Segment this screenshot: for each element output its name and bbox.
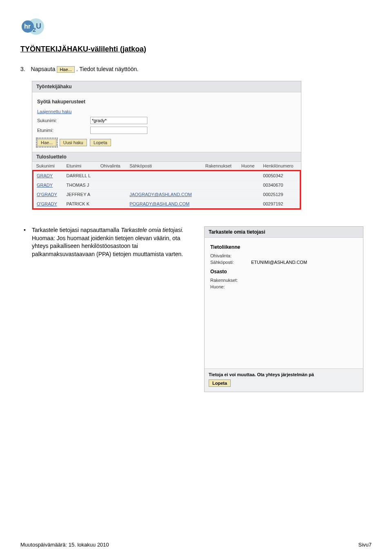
cell-room: [238, 190, 260, 199]
button-bar: Hae... Uusi haku Lopeta: [37, 139, 296, 146]
cell-first: DARRELL L: [63, 171, 97, 181]
two-column-block: Tarkastele tietojasi napsauttamalla Tark…: [20, 226, 372, 392]
col-ohivalinta: Ohivalinta: [97, 162, 127, 171]
hae-button[interactable]: Hae...: [37, 139, 56, 146]
lastname-link[interactable]: O'GRADY: [37, 192, 57, 197]
svg-text:U: U: [36, 22, 41, 30]
document-page: hr 2 U TYÖNTEKIJÄHAKU-välilehti (jatkoa)…: [0, 0, 392, 417]
lastname-link[interactable]: O'GRADY: [37, 201, 57, 206]
table-row: GRADY THOMAS J 00340670: [33, 181, 301, 190]
readonly-message-block: Tietoja ei voi muuttaa. Ota yhteys järje…: [205, 368, 363, 392]
email-link[interactable]: JAOGRADY@ASHLAND.COM: [129, 192, 192, 197]
criteria-heading: Syötä hakuperusteet: [37, 99, 296, 105]
cell-first: THOMAS J: [63, 181, 97, 190]
lastname-input[interactable]: [90, 117, 147, 124]
cell-room: [238, 199, 260, 209]
firstname-input[interactable]: [90, 127, 147, 134]
cell-num: 00050342: [260, 171, 300, 181]
table-row: O'GRADY JEFFREY A JAOGRADY@ASHLAND.COM 0…: [33, 190, 301, 199]
cell-num: 00025129: [260, 190, 300, 199]
readonly-message: Tietoja ei voi muuttaa. Ota yhteys järje…: [209, 372, 359, 377]
panel-title-2: Tarkastele omia tietojasi: [205, 227, 363, 238]
firstname-row: Etunimi:: [37, 127, 296, 134]
bullet-part2: Huomaa: Jos huomaat joidenkin tietojen o…: [32, 235, 183, 257]
cell-dial: [97, 199, 127, 209]
step-instruction: 3. Napsauta Hae... . Tiedot tulevat näyt…: [20, 66, 372, 73]
lastname-link[interactable]: GRADY: [37, 173, 53, 178]
col-etunimi: Etunimi: [63, 162, 97, 171]
col-sukunimi: Sukunimi: [33, 162, 63, 171]
results-heading: Tulosluettelo: [32, 152, 301, 162]
step-text-before: Napsauta: [31, 66, 57, 72]
svg-text:hr: hr: [24, 23, 31, 30]
table-row: GRADY DARRELL L 00050342: [33, 171, 301, 181]
cell-dial: [97, 190, 127, 199]
cell-room: [238, 171, 260, 181]
page-footer: Muutospäivämäärä: 15. lokakuu 2010 Sivu7: [20, 542, 372, 548]
firstname-label: Etunimi:: [37, 128, 90, 133]
own-details-screenshot: Tarkastele omia tietojasi Tietoliikenne …: [204, 226, 363, 392]
cell-first: PATRICK K: [63, 199, 97, 209]
cell-email: [126, 171, 202, 181]
bld-label: Rakennukset:: [210, 278, 251, 283]
bullet-italic: Tarkastele omia tietojasi.: [121, 227, 184, 233]
lastname-label: Sukunimi:: [37, 118, 90, 123]
col-rakennukset: Rakennukset: [202, 162, 238, 171]
cell-email: [126, 181, 202, 190]
results-table: Sukunimi Etunimi Ohivalinta Sähköposti R…: [32, 162, 301, 210]
sub-heading-dept: Osasto: [210, 269, 357, 274]
hr2u-logo: hr 2 U: [20, 16, 45, 37]
email-link[interactable]: POGRADY@ASHLAND.COM: [129, 201, 189, 206]
bullet-part1: Tarkastele tietojasi napsauttamalla: [32, 227, 121, 233]
lopeta-button[interactable]: Lopeta: [90, 139, 111, 146]
table-row: O'GRADY PATRICK K POGRADY@ASHLAND.COM 00…: [33, 199, 301, 209]
cell-num: 00297192: [260, 199, 300, 209]
sub-heading-comm: Tietoliikenne: [210, 244, 357, 250]
svg-text:2: 2: [33, 27, 36, 33]
cell-room: [238, 181, 260, 190]
room-label: Huone:: [210, 284, 251, 289]
email-value: ETUNIMI@ASHLAND.COM: [251, 260, 307, 265]
advanced-search-link[interactable]: Laajennettu haku: [37, 109, 71, 114]
lastname-row: Sukunimi:: [37, 117, 296, 124]
panel-title: Työntekijähaku: [32, 81, 301, 92]
col-huone: Huone: [238, 162, 260, 171]
cell-dial: [97, 181, 127, 190]
cell-bld: [202, 181, 238, 190]
step-number: 3.: [20, 66, 25, 72]
employee-search-screenshot: Työntekijähaku Syötä hakuperusteet Laaje…: [32, 81, 301, 210]
footer-left: Muutospäivämäärä: 15. lokakuu 2010: [20, 542, 109, 548]
inline-hae-button-graphic: Hae...: [57, 66, 74, 73]
cell-dial: [97, 171, 127, 181]
cell-bld: [202, 190, 238, 199]
cell-bld: [202, 199, 238, 209]
dial-label: Ohivalinta:: [210, 253, 251, 258]
step-text-after: . Tiedot tulevat näyttöön.: [76, 66, 139, 72]
email-label: Sähköposti:: [210, 260, 251, 265]
lastname-link[interactable]: GRADY: [37, 183, 53, 187]
page-title: TYÖNTEKIJÄHAKU-välilehti (jatkoa): [20, 45, 372, 54]
highlighted-rows: GRADY DARRELL L 00050342 GRADY THOMAS J …: [33, 171, 301, 209]
uusi-haku-button[interactable]: Uusi haku: [60, 139, 87, 146]
cell-first: JEFFREY A: [63, 190, 97, 199]
col-sahkoposti: Sähköposti: [126, 162, 202, 171]
lopeta-button-2[interactable]: Lopeta: [209, 379, 231, 387]
bullet-text: Tarkastele tietojasi napsauttamalla Tark…: [20, 226, 196, 258]
cell-num: 00340670: [260, 181, 300, 190]
cell-bld: [202, 171, 238, 181]
col-henkilonumero: Henkilönumero: [260, 162, 300, 171]
footer-right: Sivu7: [358, 542, 372, 548]
